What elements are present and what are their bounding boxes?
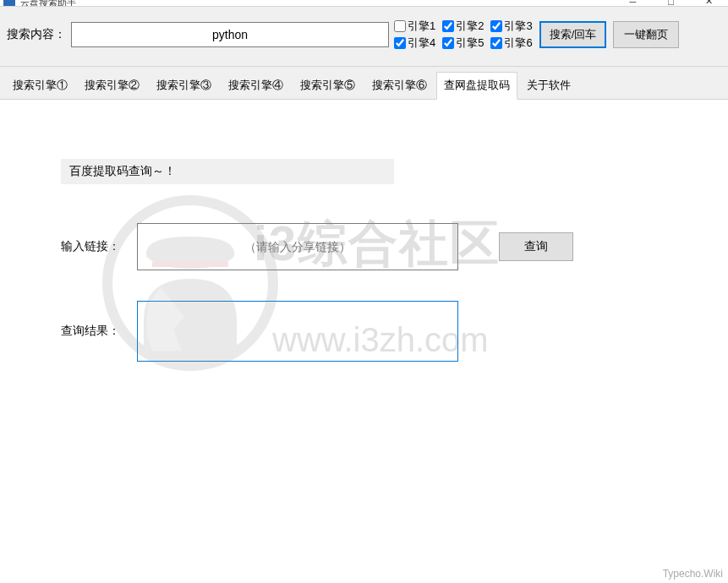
result-row: 查询结果：: [61, 301, 711, 362]
search-label: 搜索内容：: [7, 27, 66, 42]
result-label: 查询结果：: [61, 324, 137, 339]
engine-6-checkbox[interactable]: 引擎6: [490, 35, 532, 51]
maximize-button[interactable]: □: [652, 0, 690, 7]
engine-2-input[interactable]: [442, 20, 454, 32]
panel-heading: 百度提取码查询～！: [61, 159, 394, 184]
engine-6-input[interactable]: [490, 37, 502, 49]
engine-4-checkbox[interactable]: 引擎4: [394, 35, 435, 51]
tab-about[interactable]: 关于软件: [519, 72, 578, 99]
link-row: 输入链接： 查询: [61, 223, 711, 270]
tab-engine-1[interactable]: 搜索引擎①: [5, 72, 75, 99]
engine-4-label: 引擎4: [408, 35, 435, 51]
engine-1-checkbox[interactable]: 引擎1: [394, 19, 435, 34]
tab-engine-4[interactable]: 搜索引擎④: [221, 72, 291, 99]
result-input[interactable]: [137, 301, 458, 362]
tabstrip: 搜索引擎① 搜索引擎② 搜索引擎③ 搜索引擎④ 搜索引擎⑤ 搜索引擎⑥ 查网盘提…: [0, 67, 728, 100]
search-button[interactable]: 搜索/回车: [539, 21, 607, 48]
engine-3-input[interactable]: [490, 20, 502, 32]
engine-4-input[interactable]: [394, 37, 406, 49]
search-input[interactable]: [71, 22, 389, 47]
minimize-button[interactable]: ─: [614, 0, 652, 7]
footer-credit: Typecho.Wiki: [663, 568, 723, 580]
search-toolbar: 搜索内容： 引擎1 引擎2 引擎3 引擎4 引擎5 引擎6 搜索/回车 一键翻页: [0, 7, 728, 67]
tab-engine-6[interactable]: 搜索引擎⑥: [364, 72, 435, 99]
engine-2-label: 引擎2: [456, 19, 484, 34]
tab-engine-5[interactable]: 搜索引擎⑤: [293, 72, 363, 99]
window-controls: ─ □ ✕: [614, 0, 728, 7]
link-label: 输入链接：: [61, 239, 137, 254]
engine-6-label: 引擎6: [504, 35, 532, 51]
engine-5-label: 引擎5: [456, 35, 484, 51]
tab-engine-2[interactable]: 搜索引擎②: [77, 72, 147, 99]
engine-checkbox-group: 引擎1 引擎2 引擎3 引擎4 引擎5 引擎6: [394, 19, 533, 51]
nextpage-button[interactable]: 一键翻页: [613, 21, 679, 48]
engine-3-label: 引擎3: [504, 19, 532, 34]
engine-1-label: 引擎1: [408, 19, 435, 34]
window-titlebar: 云盘搜索助手 ─ □ ✕: [0, 0, 728, 7]
engine-5-input[interactable]: [442, 37, 454, 49]
extract-code-panel: 百度提取码查询～！ 输入链接： 查询 查询结果：: [0, 100, 728, 573]
close-button[interactable]: ✕: [690, 0, 728, 7]
engine-3-checkbox[interactable]: 引擎3: [490, 19, 532, 34]
app-icon: [3, 0, 15, 6]
window-title: 云盘搜索助手: [20, 0, 76, 6]
tab-engine-3[interactable]: 搜索引擎③: [149, 72, 219, 99]
engine-5-checkbox[interactable]: 引擎5: [442, 35, 484, 51]
link-input[interactable]: [137, 223, 458, 270]
engine-2-checkbox[interactable]: 引擎2: [442, 19, 484, 34]
engine-1-input[interactable]: [394, 20, 406, 32]
query-button[interactable]: 查询: [499, 232, 573, 261]
tab-extract-code[interactable]: 查网盘提取码: [436, 72, 517, 100]
